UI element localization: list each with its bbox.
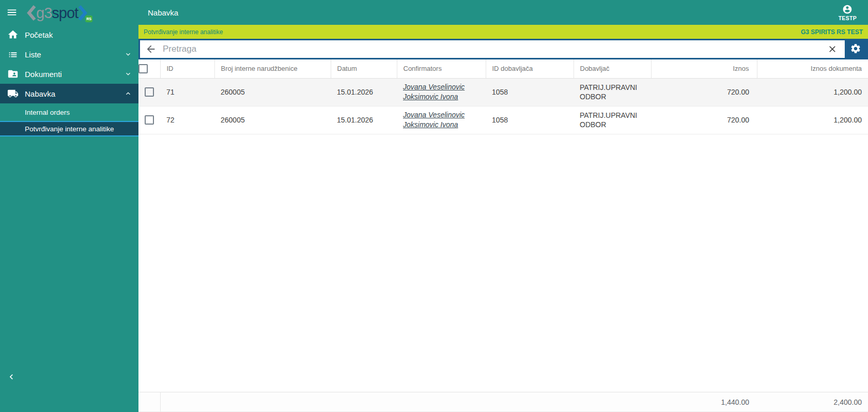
folder-shared-icon	[7, 68, 19, 80]
arrow-back-icon[interactable]	[145, 43, 157, 55]
cell-document-amount: 1,200.00	[757, 106, 868, 134]
sidebar-header: g3spot RS	[0, 0, 138, 25]
sidebar-item-liste[interactable]: Liste	[0, 44, 138, 64]
content-spacer	[138, 134, 868, 392]
table-row[interactable]: 71 260005 15.01.2026 Jovana Veselinovic …	[138, 78, 868, 106]
logo-text-gray: g3	[36, 5, 52, 22]
sidebar-item-potvrdjivanje-interne-analitike[interactable]: Potvrđivanje interne analitike	[0, 121, 138, 136]
sidebar-item-pocetak[interactable]: Početak	[0, 25, 138, 44]
column-header-document-amount[interactable]: Iznos dokumenta	[757, 59, 868, 78]
confirmator-link[interactable]: Joksimovic Ivona	[403, 120, 486, 130]
sidebar-item-label: Početak	[25, 30, 53, 39]
total-amount: 1,440.00	[651, 392, 757, 412]
page-title: Nabavka	[148, 8, 178, 17]
company-label: G3 SPIRITS RS TEST	[801, 28, 863, 36]
row-checkbox[interactable]	[145, 87, 154, 97]
column-header-confirmators[interactable]: Confirmators	[397, 59, 486, 78]
column-header-amount[interactable]: Iznos	[651, 59, 757, 78]
collapse-sidebar-icon[interactable]	[6, 372, 17, 382]
cell-amount: 720.00	[651, 78, 757, 106]
select-all-checkbox[interactable]	[138, 64, 148, 73]
app-logo: g3spot RS	[27, 3, 92, 23]
chevron-up-icon	[124, 89, 132, 98]
table-header-row: ID Broj interne narudžbenice Datum Confi…	[138, 59, 868, 78]
truck-icon	[7, 88, 19, 99]
close-icon[interactable]	[827, 44, 838, 54]
column-header-order-number[interactable]: Broj interne narudžbenice	[214, 59, 331, 78]
column-header-date[interactable]: Datum	[331, 59, 397, 78]
confirmator-link[interactable]: Jovana Veselinovic	[403, 110, 486, 120]
sidebar: g3spot RS Početak Liste	[0, 0, 138, 412]
table-row[interactable]: 72 260005 15.01.2026 Jovana Veselinovic …	[138, 106, 868, 134]
cell-supplier: PATRIJ.UPRAVNI ODBOR	[574, 106, 651, 134]
cell-document-amount: 1,200.00	[757, 78, 868, 106]
chevron-down-icon	[124, 70, 132, 78]
cell-date: 15.01.2026	[331, 78, 397, 106]
column-header-supplier[interactable]: Dobavljač	[574, 59, 651, 78]
account-circle-icon	[842, 4, 853, 14]
sidebar-item-label: Nabavka	[25, 89, 55, 98]
user-menu-button[interactable]: TESTP	[839, 4, 859, 21]
column-header-id[interactable]: ID	[160, 59, 214, 78]
logo-text-dark: spot	[52, 5, 78, 22]
list-icon	[7, 49, 19, 60]
logo-rs-badge: RS	[85, 16, 92, 22]
sidebar-item-dokumenti[interactable]: Dokumenti	[0, 64, 138, 84]
app-root: g3spot RS Početak Liste	[0, 0, 868, 412]
sidebar-item-nabavka[interactable]: Nabavka	[0, 84, 138, 103]
chevron-down-icon	[124, 50, 132, 58]
confirmator-link[interactable]: Joksimovic Ivona	[403, 92, 486, 102]
sidebar-item-internal-orders[interactable]: Internal orders	[0, 103, 138, 121]
top-bar: Nabavka TESTP	[138, 0, 868, 25]
cell-date: 15.01.2026	[331, 106, 397, 134]
cell-id: 71	[160, 78, 214, 106]
home-icon	[7, 29, 19, 40]
row-checkbox[interactable]	[145, 115, 154, 125]
totals-row: 1,440.00 2,400.00	[138, 392, 868, 412]
search-input[interactable]	[163, 44, 827, 54]
cell-supplier: PATRIJ.UPRAVNI ODBOR	[574, 78, 651, 106]
cell-confirmators: Jovana Veselinovic Joksimovic Ivona	[397, 78, 486, 106]
cell-order-number: 260005	[214, 78, 331, 106]
main-area: Nabavka TESTP Potvrđivanje interne anali…	[138, 0, 868, 412]
menu-icon[interactable]	[6, 7, 18, 18]
cell-amount: 720.00	[651, 106, 757, 134]
sidebar-item-label: Dokumenti	[25, 70, 62, 79]
totals-footer: 1,440.00 2,400.00	[138, 392, 868, 412]
sidebar-nav: Početak Liste Dokumenti	[0, 25, 138, 136]
username-label: TESTP	[839, 15, 857, 21]
sidebar-item-label: Liste	[25, 50, 41, 59]
gear-icon	[850, 43, 861, 56]
logo-left-bracket-icon	[27, 5, 36, 21]
cell-id: 72	[160, 106, 214, 134]
cell-order-number: 260005	[214, 106, 331, 134]
select-all-cell	[138, 59, 160, 78]
confirmator-link[interactable]: Jovana Veselinovic	[403, 82, 486, 92]
cell-supplier-id: 1058	[486, 78, 574, 106]
search-input-area	[140, 40, 845, 58]
sidebar-subitem-label: Internal orders	[25, 109, 70, 116]
total-document-amount: 2,400.00	[757, 392, 868, 412]
cell-confirmators: Jovana Veselinovic Joksimovic Ivona	[397, 106, 486, 134]
settings-button[interactable]	[845, 40, 866, 58]
sidebar-subitem-label: Potvrđivanje interne analitike	[25, 125, 114, 133]
column-header-supplier-id[interactable]: ID dobavljača	[486, 59, 574, 78]
search-bar	[138, 39, 868, 59]
breadcrumb-bar: Potvrđivanje interne analitike G3 SPIRIT…	[138, 25, 868, 39]
cell-supplier-id: 1058	[486, 106, 574, 134]
breadcrumb: Potvrđivanje interne analitike	[144, 28, 223, 36]
results-table: ID Broj interne narudžbenice Datum Confi…	[138, 59, 868, 134]
